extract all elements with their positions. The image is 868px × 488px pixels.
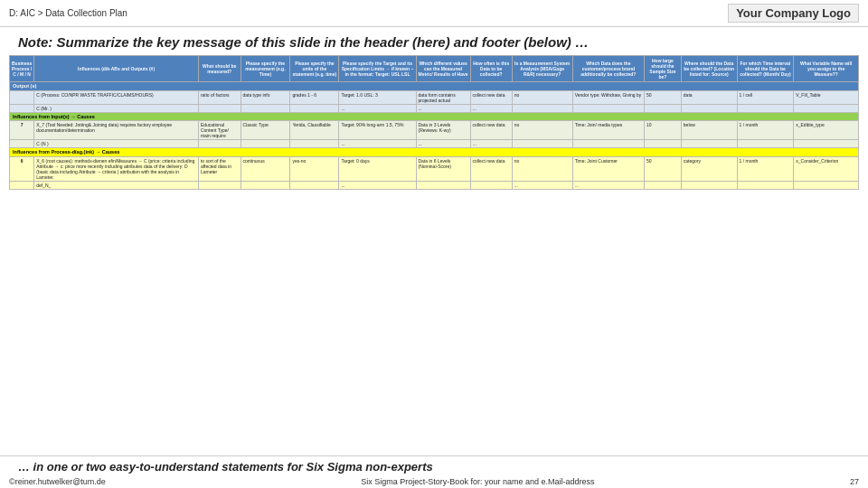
cell-measure: Classic Type (241, 121, 290, 140)
cell-sample (645, 140, 682, 148)
col-values: Which different values can the Measured … (416, 56, 470, 82)
cell-additional (572, 140, 644, 148)
cell-influences: C (Process: CO/NPR WASTE TRAFFIC/CLAIMS/… (34, 90, 199, 104)
cell-location: data (681, 90, 737, 104)
cell-units (290, 104, 339, 112)
col-additional: Which Data does the customer/process bra… (572, 56, 644, 82)
cell-sample (645, 181, 682, 189)
cell-measure (241, 140, 290, 148)
col-time-interval: For which Time interval should the Data … (737, 56, 794, 82)
cell-values (416, 181, 470, 189)
cell-additional (572, 104, 644, 112)
cell-often (470, 181, 512, 189)
cell-varname: V_Fill_Table (794, 90, 859, 104)
col-influences: Influences (dik-ABs and Outputs (#) (34, 56, 199, 82)
footer-page-number: 27 (850, 477, 859, 486)
cell-sample: 10 (645, 121, 682, 140)
cell-time (737, 181, 794, 189)
cell-often: collect new data (470, 156, 512, 181)
cell-units: yes-no (290, 156, 339, 181)
page-header: D: AIC > Data Collection Plan Your Compa… (0, 0, 868, 27)
cell-units (290, 140, 339, 148)
cell-varname (794, 140, 859, 148)
cell-sample: 50 (645, 90, 682, 104)
cell-target: Target: 90% long-arm 1.5, 75% (339, 121, 416, 140)
note-text: Note: Summarize the key message of this … (0, 27, 868, 55)
cell-varname (794, 104, 859, 112)
col-what-measured: What should be measured? (198, 56, 241, 82)
cell-num (10, 104, 34, 112)
output-section-header: Output (s) (10, 82, 859, 91)
table-row: C (N ) ... ... ... (10, 140, 859, 148)
influence-input-header: Influences from Input(s) → Causes (10, 112, 859, 121)
cell-influences: C (N ) (34, 140, 199, 148)
cell-varname: x_Consider_Criterion (794, 156, 859, 181)
cell-time: 1 / month (737, 156, 794, 181)
data-collection-table: Business Process / C / M / N Influences … (9, 55, 859, 190)
cell-num: 7 (10, 121, 34, 140)
influence-input-cell: Influences from Input(s) → Causes (10, 112, 859, 121)
cell-units: grades 1 - 6 (290, 90, 339, 104)
cell-often: collect new data (470, 121, 512, 140)
cell-time (737, 140, 794, 148)
col-location: Where should the Data be collected? (Loc… (681, 56, 737, 82)
page-footer: … in one or two easy-to-understand state… (0, 455, 868, 488)
cell-varname: x_Edible_type (794, 121, 859, 140)
cell-what (198, 104, 241, 112)
cell-msa: no (512, 156, 572, 181)
cell-sample: 50 (645, 156, 682, 181)
cell-location (681, 181, 737, 189)
table-container: Business Process / C / M / N Influences … (0, 55, 868, 190)
table-row: 6 X_6 (root causes): methods-dienen efin… (10, 156, 859, 181)
table-row: 7 X_7 (Tool Needed: Jotting& Joining dat… (10, 121, 859, 140)
cell-location: below (681, 121, 737, 140)
cell-target: ... (339, 181, 416, 189)
cell-time: 1 / cell (737, 90, 794, 104)
cell-msa (512, 104, 572, 112)
cell-units: Yerida, Classifiable (290, 121, 339, 140)
footer-center: Six Sigma Project-Story-Book for: your n… (361, 477, 594, 486)
cell-values: data form contains projected actual (416, 90, 470, 104)
cell-measure: data type info (241, 90, 290, 104)
cell-num (10, 181, 34, 189)
table-row: def_N_ ... ... ... (10, 181, 859, 189)
company-logo: Your Company Logo (728, 4, 859, 23)
cell-measure: continuous (241, 156, 290, 181)
cell-what: ratio of factors (198, 90, 241, 104)
cell-additional: Time: Joint Customer (572, 156, 644, 181)
influence-process-cell: Influences from Process-diag.(ink) → Cau… (10, 148, 859, 157)
cell-target: ... (339, 140, 416, 148)
cell-what: Educational Content Type/ main require (198, 121, 241, 140)
col-variable-name: What Variable Name will you assign to th… (794, 56, 859, 82)
cell-measure (241, 104, 290, 112)
cell-sample (645, 104, 682, 112)
table-header-row: Business Process / C / M / N Influences … (10, 56, 859, 82)
cell-influences: X_6 (root causes): methods-dienen efin/M… (34, 156, 199, 181)
footer-email: ©reiner.hutwelker@tum.de (9, 477, 106, 486)
cell-location (681, 140, 737, 148)
col-measurement: Please specify the measurement (e.g. Tim… (241, 56, 290, 82)
cell-msa: no (512, 90, 572, 104)
cell-additional: Vendor type: Withdraw, Giving by (572, 90, 644, 104)
cell-varname (794, 181, 859, 189)
footer-bottom: ©reiner.hutwelker@tum.de Six Sigma Proje… (0, 475, 868, 488)
cell-num: 6 (10, 156, 34, 181)
cell-values: ... (416, 140, 470, 148)
cell-num (10, 90, 34, 104)
cell-units (290, 181, 339, 189)
output-header-cell: Output (s) (10, 82, 859, 91)
cell-values: Data in 6 Levels (Nominal-Score) (416, 156, 470, 181)
table-row: C (Mr. ) ... ... ... (10, 104, 859, 112)
cell-values: ... (416, 104, 470, 112)
cell-additional: ... (572, 181, 644, 189)
cell-influences: def_N_ (34, 181, 199, 189)
cell-target: Target: 0 days (339, 156, 416, 181)
cell-target: Target: 1.0 USL: 3 (339, 90, 416, 104)
cell-num (10, 140, 34, 148)
cell-target: ... (339, 104, 416, 112)
cell-msa: no (512, 121, 572, 140)
table-row: C (Process: CO/NPR WASTE TRAFFIC/CLAIMS/… (10, 90, 859, 104)
col-msa: Is a Measurement System Analysis (MSA/Ga… (512, 56, 572, 82)
cell-what (198, 140, 241, 148)
cell-values: Data in 3 Levels (Reviews: K-wy) (416, 121, 470, 140)
